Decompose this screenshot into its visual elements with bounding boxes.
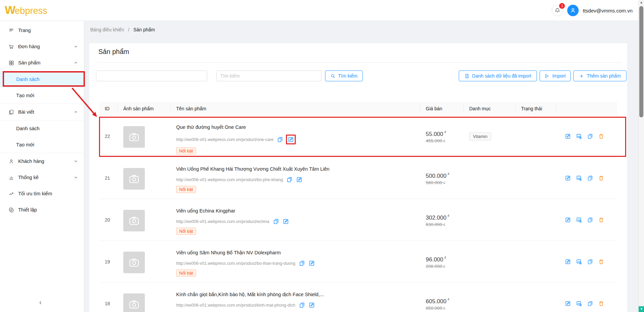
scrollbar-down-arrow[interactable]: ▼ — [639, 306, 644, 312]
chevron-up-icon — [74, 60, 78, 64]
sidebar-item-toi-uu-tim-kiem[interactable]: Tối ưu tìm kiếm — [0, 186, 84, 202]
status-cell — [516, 241, 556, 282]
sidebar-item-thong-ke[interactable]: Thống kê — [0, 169, 84, 186]
product-old-price: 850.000 ₫ — [426, 306, 464, 311]
column-header: Danh mục — [464, 102, 516, 115]
scrollbar-thumb[interactable] — [639, 6, 643, 117]
sidebar-item-thiet-lap[interactable]: Thiết lập — [0, 202, 84, 218]
search-input[interactable] — [216, 70, 321, 81]
search-button[interactable]: Tìm kiếm — [325, 70, 363, 81]
copy-icon[interactable] — [587, 217, 593, 223]
table-row: 20Viên uống Echina Kingpharhttp://ee006-… — [99, 199, 617, 241]
edit-url-icon[interactable] — [296, 176, 302, 183]
product-name: Que thử đường huyết One Care — [176, 124, 420, 130]
sidebar-item-don-hang[interactable]: Đơn hàng — [0, 38, 84, 55]
copy-icon[interactable] — [587, 175, 593, 181]
edit-url-icon[interactable] — [309, 302, 315, 308]
image-add-icon[interactable] — [576, 175, 582, 181]
image-add-icon[interactable] — [576, 259, 582, 265]
import-button[interactable]: Import — [540, 70, 571, 81]
product-id: 21 — [99, 157, 118, 199]
copy-url-icon[interactable] — [299, 260, 305, 266]
edit-icon[interactable] — [565, 259, 571, 265]
product-url: http://ee006-v01.webpress.com.vn/product… — [176, 303, 295, 308]
product-image-placeholder — [123, 168, 145, 190]
column-header: Trạng thái — [516, 102, 556, 115]
breadcrumb-separator: / — [128, 27, 129, 32]
table-row: 18Kính chắn giọt bắn,Kính bảo hộ, Mắt kí… — [99, 283, 617, 312]
featured-badge: Nổi bật — [176, 228, 196, 235]
avatar[interactable] — [567, 5, 579, 16]
delete-icon[interactable] — [598, 217, 604, 223]
image-add-icon[interactable] — [576, 133, 582, 139]
copy-url-icon[interactable] — [277, 136, 283, 143]
sidebar-item-bai-viet[interactable]: Bài viết — [0, 104, 84, 120]
sidebar-item-trang[interactable]: Trang — [0, 22, 84, 38]
column-header: Ảnh sản phẩm — [118, 102, 171, 115]
sidebar-item-san-pham-danh-sach[interactable]: Danh sách — [0, 71, 84, 87]
copy-url-icon[interactable] — [299, 302, 305, 308]
product-url: http://ee006-v01.webpress.com.vn/product… — [176, 261, 295, 266]
pages-icon — [8, 28, 14, 33]
sidebar-item-san-pham-tao-moi[interactable]: Tạo mới — [0, 87, 84, 104]
chart-icon — [8, 175, 14, 180]
product-id: 19 — [99, 241, 118, 282]
sidebar-item-san-pham[interactable]: Sản phẩm — [0, 55, 84, 71]
product-url: http://ee006-v01.webpress.com.vn/product… — [176, 137, 273, 142]
product-id: 20 — [99, 199, 118, 240]
copy-icon[interactable] — [587, 301, 593, 307]
column-header: Giá bán — [420, 102, 464, 115]
chevron-down-icon — [74, 159, 78, 163]
delete-icon[interactable] — [598, 133, 604, 139]
table-row: 21Viên Uống Phế Khang Hải Thượng Vương C… — [99, 157, 617, 199]
delete-icon[interactable] — [598, 301, 604, 307]
copy-icon[interactable] — [587, 259, 593, 265]
grid-icon — [8, 60, 14, 66]
delete-icon[interactable] — [598, 259, 604, 265]
product-image-placeholder — [123, 210, 145, 231]
featured-badge: Nổi bật — [176, 186, 196, 193]
chevron-down-icon — [74, 44, 78, 48]
sidebar-item-khach-hang[interactable]: Khách hàng — [0, 153, 84, 169]
copy-url-icon[interactable] — [286, 176, 293, 183]
edit-icon[interactable] — [565, 301, 571, 307]
product-url: http://ee006-v01.webpress.com.vn/product… — [176, 219, 269, 224]
copy-url-icon[interactable] — [273, 218, 279, 225]
currency-symbol: ₫ — [447, 297, 449, 302]
imported-data-list-button[interactable]: Danh sách dữ liệu đã import — [459, 70, 537, 81]
breadcrumb-current: Sản phẩm — [133, 27, 155, 32]
delete-icon[interactable] — [598, 175, 604, 181]
filter-input[interactable] — [96, 70, 207, 81]
status-cell — [516, 283, 556, 312]
sidebar-item-bai-viet-tao-moi[interactable]: Tạo mới — [0, 137, 84, 153]
column-header-actions — [556, 102, 617, 115]
sidebar-collapse-button[interactable] — [35, 299, 46, 307]
product-image-placeholder — [123, 293, 145, 312]
logo-mark: W — [5, 3, 15, 16]
product-name: Kính chắn giọt bắn,Kính bảo hộ, Mắt kính… — [176, 292, 420, 297]
product-name: Viên uống Echina Kingphar — [176, 208, 420, 214]
edit-url-icon[interactable] — [309, 260, 315, 266]
category-tag: Vitamin — [469, 133, 491, 140]
edit-url-icon[interactable] — [283, 218, 289, 225]
image-add-icon[interactable] — [576, 301, 582, 307]
user-email[interactable]: ttsdev@vmms.com.vn — [583, 8, 633, 13]
app-header: Webpress 1 ttsdev@vmms.com.vn — [0, 0, 644, 21]
notification-badge: 1 — [559, 3, 565, 9]
breadcrumb-dashboard[interactable]: Bảng điều khiển — [90, 27, 124, 32]
app-logo[interactable]: Webpress — [5, 3, 47, 17]
edit-url-icon[interactable] — [288, 136, 294, 143]
edit-icon[interactable] — [565, 217, 571, 223]
copy-icon[interactable] — [587, 133, 593, 139]
sidebar-item-bai-viet-danh-sach[interactable]: Danh sách — [0, 120, 84, 137]
status-cell — [516, 115, 556, 157]
edit-icon[interactable] — [565, 175, 571, 181]
user-icon — [570, 7, 576, 14]
image-add-icon[interactable] — [576, 217, 582, 223]
notification-bell-button[interactable]: 1 — [552, 5, 563, 16]
add-product-button[interactable]: Thêm sản phẩm — [573, 70, 626, 81]
scrollbar-up-arrow[interactable]: ▲ — [639, 1, 644, 4]
edit-icon[interactable] — [565, 133, 571, 139]
gear-icon — [8, 207, 14, 213]
currency-symbol: ₫ — [444, 130, 446, 134]
